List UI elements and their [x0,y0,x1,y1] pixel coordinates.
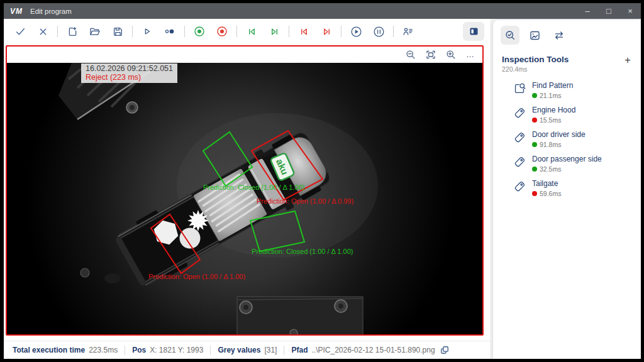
next-pass-image-button[interactable] [263,23,286,40]
accept-button[interactable] [9,23,31,40]
viewer-toolbar: … [7,47,482,63]
panel-header: Inspection Tools 220.4ms + [493,45,641,73]
camera-image[interactable]: aku Prediction: Closed (1.00 / Δ 1.00) P… [7,63,482,334]
image-icon [530,30,540,41]
tool-item-tailgate[interactable]: Tailgate 59.6ms [493,180,641,204]
fit-to-view-icon[interactable] [426,50,436,60]
tag-icon [513,156,526,168]
tag-icon [513,107,526,119]
tool-item-engine-hood[interactable]: Engine Hood 15.5ms [493,106,641,131]
app-logo: VM [10,7,23,16]
tool-item-door-driver-side[interactable]: Door driver side 91.8ms [493,131,641,155]
skip-back-red-icon [299,27,309,36]
prediction-label-passenger-door: Prediction: Closed (1.00 / Δ 1.00) [252,248,353,255]
record-button[interactable] [158,23,181,40]
check-icon [15,26,26,37]
open-folder-icon [89,26,101,37]
status-divider [125,346,125,355]
pause-button[interactable] [367,23,390,40]
search-check-icon [505,30,516,41]
tool-list: Find Pattern 21.1ms Engine Hood 15.5ms D… [493,82,641,204]
add-tool-button[interactable]: + [625,55,631,65]
status-label-path: Pfad [291,346,308,354]
run-once-button[interactable] [136,23,158,40]
toolbar-divider [184,26,185,37]
zoom-out-icon[interactable] [406,50,416,60]
panel-total-time: 220.4ms [502,65,569,73]
prediction-label-driver-door: Prediction: Closed (1.00 / Δ 1.00) [203,184,304,191]
status-dot-fail [532,118,537,123]
new-program-button[interactable] [61,23,84,40]
tab-inspection-search[interactable] [501,26,519,45]
start-acquisition-button[interactable] [188,23,211,40]
tool-time: 32.5ms [540,165,561,173]
status-dot-fail [532,191,537,196]
viewer-more-button[interactable]: … [466,52,475,58]
fixture-box [237,297,363,334]
tab-io-swap[interactable] [550,26,569,45]
run-continuous-button[interactable] [345,23,367,40]
panel-title: Inspection Tools [502,55,569,64]
first-pass-image-button[interactable] [240,23,263,40]
prediction-label-engine-hood: Prediction: Open (1.00 / Δ 0.99) [257,197,353,205]
status-dot-pass [532,167,537,172]
first-fail-image-button[interactable] [292,23,315,40]
inspection-scene: aku Prediction: Closed (1.00 / Δ 1.00) P… [7,63,482,334]
cancel-button[interactable] [31,23,54,40]
toolbar [4,19,490,44]
floor-screw [80,268,89,277]
save-program-button[interactable] [106,23,129,40]
panel-tabs [493,20,641,45]
maximize-button[interactable]: □ [598,3,619,19]
skip-forward-green-icon [270,27,279,36]
swap-arrows-icon [553,30,565,41]
new-file-icon [67,26,78,37]
tool-time: 59.6ms [540,190,561,197]
status-label-grey-values: Grey values [218,346,260,354]
main-area: … [4,19,490,359]
save-floppy-icon [113,26,123,37]
stop-acquisition-button[interactable] [211,23,233,40]
find-pattern-icon [513,82,526,95]
image-viewer: … [6,45,484,336]
status-value-grey-values: [31] [264,346,277,354]
prediction-label-tailgate: Prediction: Open (1.00 / Δ 1.00) [148,273,245,280]
timestamp-text: 16.02.2026 09:21:52.051 [86,64,173,73]
window-controls: – □ × [577,3,641,19]
result-stamp: 16.02.2026 09:21:52.051 Reject (223 ms) [81,63,177,83]
status-bar: Total execution time 223.5ms Pos X: 1821… [4,341,490,359]
status-dot-pass [532,93,537,98]
tool-time: 21.1ms [540,92,561,99]
copy-path-button[interactable] [440,346,449,354]
zoom-in-icon[interactable] [446,50,456,60]
toolbar-divider [236,26,237,37]
app-window: VM Edit program – □ × [4,3,641,359]
toolbar-divider [341,26,341,37]
open-program-button[interactable] [84,23,106,40]
close-button[interactable]: × [619,3,641,19]
title-bar: VM Edit program – □ × [4,3,641,19]
inspection-panel: Inspection Tools 220.4ms + Find Pattern … [493,20,641,359]
status-divider [284,346,284,355]
skip-back-green-icon [247,27,257,36]
tool-name: Engine Hood [532,106,575,114]
pause-circle-icon [373,26,385,38]
play-circle-icon [350,26,362,38]
result-text: Reject (223 ms) [86,73,173,82]
tool-name: Door passenger side [532,155,602,163]
tool-item-find-pattern[interactable]: Find Pattern 21.1ms [493,82,641,106]
toolbar-divider [132,26,133,37]
tool-item-door-passenger-side[interactable]: Door passenger side 32.5ms [493,155,641,180]
tool-time: 91.8ms [540,141,561,148]
user-program-list-button[interactable] [397,23,419,40]
toggle-side-panel-button[interactable] [463,22,484,41]
status-value-path: ..\PIC_2026-02-12 15-01-51.890.png [311,346,435,354]
record-green-icon [194,26,205,37]
tab-image-display[interactable] [525,26,544,45]
minimize-button[interactable]: – [577,3,598,19]
tool-name: Door driver side [532,131,586,139]
close-x-icon [38,27,48,36]
next-fail-image-button[interactable] [315,23,338,40]
status-divider [210,346,211,355]
toolbar-divider [289,26,289,37]
